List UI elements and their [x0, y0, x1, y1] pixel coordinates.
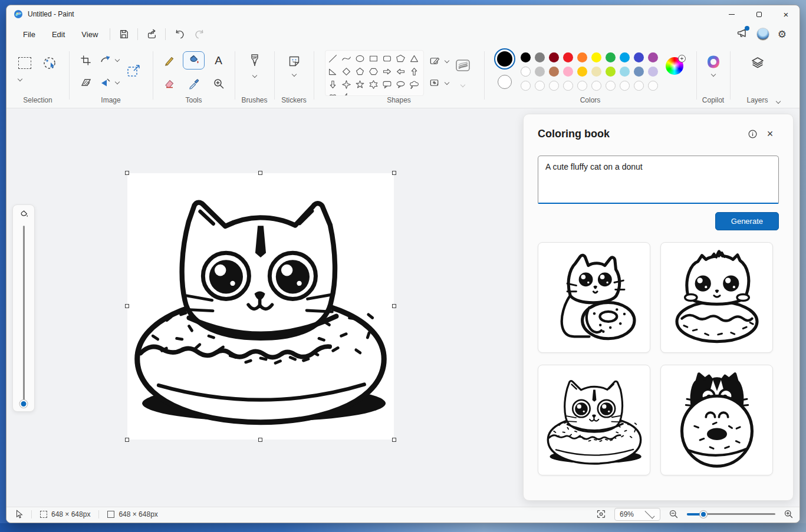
text-tool[interactable]: A [213, 52, 224, 69]
shape-pentagon-button[interactable] [353, 65, 367, 78]
stroke-size-button[interactable] [452, 55, 473, 76]
color-swatch[interactable] [634, 52, 644, 62]
color-swatch[interactable] [563, 67, 573, 77]
menu-view[interactable]: View [73, 27, 106, 42]
shape-ellipse-button[interactable] [353, 52, 367, 65]
selection-handle-s[interactable] [258, 438, 262, 442]
color1-swatch[interactable] [497, 51, 512, 67]
shape-triangle-button[interactable] [407, 52, 421, 65]
thumbnail-cat-head-in-donut[interactable] [538, 365, 650, 475]
shape-fill-button[interactable] [427, 75, 442, 90]
shape-outline-button[interactable] [427, 54, 442, 68]
color-swatch-empty[interactable] [535, 81, 545, 91]
resize-button[interactable] [78, 75, 94, 90]
shape-callout-oval-button[interactable] [394, 78, 407, 91]
color-picker-tool[interactable] [186, 76, 202, 91]
edit-colors-button[interactable]: + [666, 57, 683, 75]
pencil-tool[interactable] [162, 53, 177, 68]
shape-arrow-up-button[interactable] [407, 65, 421, 78]
color-swatch-empty[interactable] [577, 81, 587, 91]
shape-callout-cloud-button[interactable] [407, 78, 421, 91]
thumbnail-fluffy-cat-on-donut[interactable] [660, 242, 773, 353]
free-form-select-button[interactable] [40, 54, 59, 72]
account-avatar[interactable] [756, 28, 769, 41]
stickers-button[interactable] [285, 52, 303, 70]
selection-dropdown-chevron[interactable] [18, 77, 22, 81]
color-swatch[interactable] [563, 52, 573, 62]
color-swatch-empty[interactable] [563, 81, 573, 91]
prompt-input[interactable]: A cute fluffy cat on a donut [538, 156, 779, 204]
shape-heart-button[interactable] [326, 91, 340, 96]
shape-hexagon-button[interactable] [367, 65, 380, 78]
color-swatch[interactable] [535, 67, 545, 77]
shape-line-button[interactable] [326, 52, 340, 65]
eraser-tool[interactable] [162, 76, 177, 91]
selection-handle-nw[interactable] [125, 171, 129, 175]
copilot-button[interactable] [704, 52, 723, 71]
slider-track[interactable] [23, 226, 25, 407]
color-swatch-empty[interactable] [549, 81, 559, 91]
zoom-in-button[interactable] [784, 509, 794, 519]
zoom-level-dropdown[interactable]: 69% [614, 508, 660, 521]
panel-close-button[interactable]: × [761, 125, 779, 143]
color-swatch[interactable] [606, 52, 616, 62]
color-swatch-empty[interactable] [634, 81, 644, 91]
stickers-dropdown-chevron[interactable] [291, 72, 296, 77]
color-swatch[interactable] [577, 67, 587, 77]
rect-select-button[interactable] [17, 55, 33, 71]
thumbnail-tuxedo-cat-behind-donut[interactable] [660, 365, 773, 475]
save-button[interactable] [114, 26, 134, 42]
color-swatch[interactable] [620, 67, 630, 77]
shape-curve-button[interactable] [340, 52, 353, 65]
selection-handle-n[interactable] [258, 171, 262, 175]
selection-handle-se[interactable] [392, 438, 396, 442]
flip-dropdown-chevron[interactable] [114, 80, 119, 84]
rotate-dropdown-chevron[interactable] [114, 57, 119, 62]
layers-button[interactable] [748, 54, 768, 74]
thumbnail-cat-hugging-donut[interactable] [538, 242, 650, 353]
settings-gear-icon[interactable]: ⚙ [778, 28, 787, 40]
shape-outline-chevron[interactable] [444, 58, 449, 62]
color-swatch[interactable] [521, 52, 531, 62]
shape-star-4-button[interactable] [340, 78, 353, 91]
color-swatch-empty[interactable] [606, 81, 616, 91]
color-swatch[interactable] [535, 52, 545, 62]
color-swatch[interactable] [549, 67, 559, 77]
shape-lightning-button[interactable] [340, 91, 353, 96]
flip-button[interactable] [97, 75, 113, 90]
brushes-dropdown-chevron[interactable] [252, 73, 256, 78]
color-swatch[interactable] [549, 52, 559, 62]
zoom-out-button[interactable] [669, 509, 679, 519]
color-swatch[interactable] [634, 67, 644, 77]
tool-size-slider[interactable] [12, 204, 35, 412]
resize-image-button[interactable] [124, 61, 144, 81]
menu-edit[interactable]: Edit [44, 27, 73, 42]
fit-to-screen-button[interactable] [596, 509, 606, 519]
selection-handle-sw[interactable] [125, 438, 129, 442]
shape-callout-rounded-button[interactable] [380, 78, 394, 91]
shape-star-6-button[interactable] [367, 78, 380, 91]
color-swatch-empty[interactable] [521, 81, 531, 91]
color2-swatch[interactable] [498, 75, 512, 89]
fill-tool-selected[interactable] [183, 51, 205, 70]
redo-button[interactable] [189, 26, 209, 42]
shape-arrow-down-button[interactable] [326, 78, 340, 91]
color-swatch[interactable] [648, 67, 658, 77]
shape-arrow-left-button[interactable] [394, 65, 407, 78]
color-swatch[interactable] [620, 52, 630, 62]
crop-button[interactable] [78, 53, 93, 68]
color-swatch[interactable] [606, 67, 616, 77]
menu-file[interactable]: File [15, 27, 44, 42]
zoom-slider[interactable] [687, 510, 775, 518]
color-swatch[interactable] [577, 52, 587, 62]
color-swatch[interactable] [591, 52, 601, 62]
rotate-button[interactable] [97, 52, 113, 68]
magnifier-tool[interactable] [211, 76, 226, 91]
share-button[interactable] [142, 26, 162, 42]
selection-handle-e[interactable] [392, 304, 396, 308]
shape-rectangle-button[interactable] [367, 52, 380, 65]
generate-button[interactable]: Generate [715, 212, 779, 230]
undo-button[interactable] [169, 26, 189, 42]
color-swatch-empty[interactable] [648, 81, 658, 91]
canvas[interactable] [127, 173, 394, 440]
